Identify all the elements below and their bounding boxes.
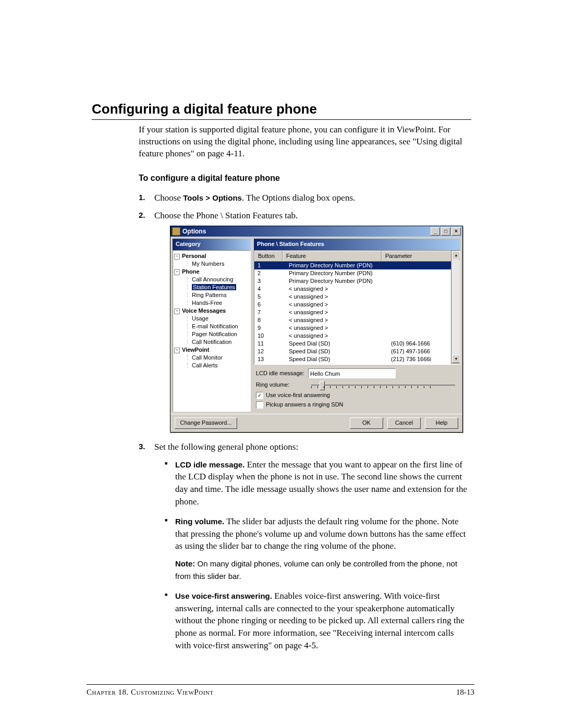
feature-grid[interactable]: Button Feature Parameter 1Primary Direct… [254, 250, 460, 365]
table-row[interactable]: 7< unassigned > [254, 309, 460, 316]
category-tree[interactable]: −Personal ⋮ My Numbers −Phone ⋮ Call Ann… [173, 250, 251, 412]
app-icon [172, 227, 180, 236]
panel-title: Phone \ Station Features [254, 239, 460, 250]
table-row[interactable]: 6< unassigned > [254, 301, 460, 309]
table-row[interactable]: 1Primary Directory Number (PDN) [254, 262, 460, 269]
close-button[interactable]: × [451, 227, 461, 236]
grid-scrollbar[interactable]: ▴ ▾ [451, 251, 460, 364]
ring-volume-label: Ring volume: [256, 381, 308, 389]
scroll-up-icon[interactable]: ▴ [452, 251, 460, 260]
table-row[interactable]: 4< unassigned > [254, 285, 460, 293]
lcd-input[interactable] [308, 368, 396, 378]
page-title: Configuring a digital feature phone [92, 101, 471, 120]
minimize-button[interactable]: _ [431, 227, 440, 236]
col-feature[interactable]: Feature [283, 251, 382, 262]
bullet-ring: Ring volume. The slider bar adjusts the … [165, 515, 471, 583]
footer-chapter: Chapter 18. Customizing ViewPoint [87, 688, 213, 697]
help-button[interactable]: Help [425, 417, 458, 429]
table-row[interactable]: 5< unassigned > [254, 293, 460, 301]
tree-selected: Station Features [192, 284, 236, 290]
lcd-label: LCD idle message: [256, 369, 308, 377]
col-button[interactable]: Button [254, 251, 283, 262]
step-2: 2. Choose the Phone \ Station Features t… [139, 209, 471, 433]
bullet-lcd: LCD idle message. Enter the message that… [165, 459, 471, 508]
table-row[interactable]: 11Speed Dial (SD)(610) 964-1666 [254, 340, 460, 348]
voice-first-checkbox[interactable]: ✓Use voice-first answering [256, 391, 458, 400]
table-row[interactable]: 13Speed Dial (SD)(212) 736 1666i [254, 355, 460, 363]
table-row[interactable]: 8< unassigned > [254, 316, 460, 324]
page-footer: Chapter 18. Customizing ViewPoint 18-13 [87, 684, 474, 697]
category-header: Category [173, 239, 251, 250]
table-row[interactable]: 3Primary Directory Number (PDN) [254, 277, 460, 285]
scroll-down-icon[interactable]: ▾ [452, 355, 460, 363]
options-dialog: Options _ □ × Category −Personal ⋮ My Nu… [170, 226, 463, 432]
table-row[interactable]: 2Primary Directory Number (PDN) [254, 269, 460, 277]
ok-button[interactable]: OK [350, 417, 383, 429]
table-row[interactable]: 9< unassigned > [254, 324, 460, 332]
dialog-titlebar[interactable]: Options _ □ × [170, 226, 462, 237]
step-3: 3. Set the following general phone optio… [139, 441, 471, 652]
cancel-button[interactable]: Cancel [387, 417, 421, 429]
step-1: 1. Choose Tools > Options. The Options d… [139, 192, 471, 204]
intro-paragraph: If your station is supported digital fea… [139, 124, 471, 160]
procedure-subhead: To configure a digital feature phone [139, 174, 471, 183]
bullet-voicefirst: Use voice-first answering. Enables voice… [165, 590, 471, 652]
dialog-title: Options [182, 227, 206, 236]
table-row[interactable]: 12Speed Dial (SD)(617) 497-1666 [254, 348, 460, 355]
ring-volume-slider[interactable] [308, 380, 458, 390]
footer-page: 18-13 [456, 688, 474, 697]
col-parameter[interactable]: Parameter [382, 251, 460, 262]
table-row[interactable]: 10< unassigned > [254, 332, 460, 340]
change-password-button[interactable]: Change Password... [175, 417, 237, 429]
maximize-button[interactable]: □ [441, 227, 450, 236]
pickup-sdn-checkbox[interactable]: Pickup answers a ringing SDN [256, 400, 458, 410]
